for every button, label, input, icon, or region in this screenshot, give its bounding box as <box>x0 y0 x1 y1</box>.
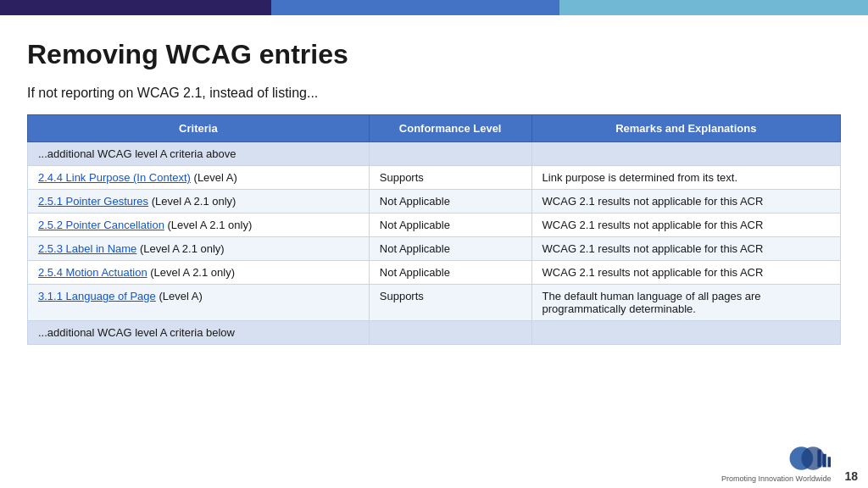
header-remarks: Remarks and Explanations <box>531 115 840 142</box>
cell-conformance: Supports <box>369 285 531 321</box>
table-row: 2.5.3 Label in Name (Level A 2.1 only)No… <box>28 237 841 261</box>
cell-criteria: 2.5.2 Pointer Cancellation (Level A 2.1 … <box>28 214 370 237</box>
cell-criteria: 2.5.4 Motion Actuation (Level A 2.1 only… <box>28 261 370 285</box>
wcag-table: Criteria Conformance Level Remarks and E… <box>27 114 841 345</box>
cell-remarks: WCAG 2.1 results not applicable for this… <box>531 214 840 237</box>
svg-rect-2 <box>818 450 821 468</box>
cell-remarks: WCAG 2.1 results not applicable for this… <box>531 190 840 214</box>
cell-remarks: Link purpose is determined from its text… <box>531 166 840 190</box>
cell-conformance: Not Applicable <box>369 214 531 237</box>
header-criteria: Criteria <box>28 115 370 142</box>
top-bar-mid <box>271 0 559 15</box>
slide-title: Removing WCAG entries <box>27 39 841 70</box>
cell-remarks: WCAG 2.1 results not applicable for this… <box>531 237 840 261</box>
top-bar-dark <box>0 0 271 15</box>
svg-point-1 <box>802 446 826 470</box>
cell-conformance: Supports <box>369 166 531 190</box>
criteria-link[interactable]: 2.5.4 Motion Actuation <box>38 266 147 279</box>
bottom-bar: Promoting Innovation Worldwide 18 <box>711 437 868 488</box>
svg-rect-3 <box>823 454 826 468</box>
slide-subtitle: If not reporting on WCAG 2.1, instead of… <box>27 86 841 101</box>
cell-criteria: 2.5.1 Pointer Gestures (Level A 2.1 only… <box>28 190 370 214</box>
svg-rect-4 <box>828 457 832 467</box>
table-row: 2.5.4 Motion Actuation (Level A 2.1 only… <box>28 261 841 285</box>
cell-conformance: Not Applicable <box>369 237 531 261</box>
logo-area: Promoting Innovation Worldwide <box>721 442 831 483</box>
criteria-link[interactable]: 2.4.4 Link Purpose (In Context) <box>38 171 191 184</box>
criteria-link[interactable]: 3.1.1 Language of Page <box>38 290 156 302</box>
slide-content: Removing WCAG entries If not reporting o… <box>0 15 868 488</box>
cell-remarks <box>531 142 840 166</box>
top-bar <box>0 0 868 15</box>
table-row: 2.4.4 Link Purpose (In Context) (Level A… <box>28 166 841 190</box>
cell-remarks: WCAG 2.1 results not applicable for this… <box>531 261 840 285</box>
table-row: ...additional WCAG level A criteria abov… <box>28 142 841 166</box>
header-conformance: Conformance Level <box>369 115 531 142</box>
cell-criteria: 3.1.1 Language of Page (Level A) <box>28 285 370 321</box>
criteria-link[interactable]: 2.5.1 Pointer Gestures <box>38 195 148 208</box>
cell-conformance <box>369 142 531 166</box>
top-bar-light <box>559 0 868 15</box>
table-row: 2.5.1 Pointer Gestures (Level A 2.1 only… <box>28 190 841 214</box>
cell-conformance <box>369 321 531 345</box>
cell-criteria: ...additional WCAG level A criteria abov… <box>28 142 370 166</box>
cell-criteria: 2.4.4 Link Purpose (In Context) (Level A… <box>28 166 370 190</box>
logo-text: Promoting Innovation Worldwide <box>721 474 831 483</box>
criteria-link[interactable]: 2.5.2 Pointer Cancellation <box>38 219 164 231</box>
table-header-row: Criteria Conformance Level Remarks and E… <box>28 115 841 142</box>
table-row: 3.1.1 Language of Page (Level A)Supports… <box>28 285 841 321</box>
logo-icon <box>787 442 831 474</box>
cell-remarks: The default human language of all pages … <box>531 285 840 321</box>
table-row: ...additional WCAG level A criteria belo… <box>28 321 841 345</box>
criteria-link[interactable]: 2.5.3 Label in Name <box>38 242 136 255</box>
table-row: 2.5.2 Pointer Cancellation (Level A 2.1 … <box>28 214 841 237</box>
cell-criteria: 2.5.3 Label in Name (Level A 2.1 only) <box>28 237 370 261</box>
cell-conformance: Not Applicable <box>369 190 531 214</box>
cell-conformance: Not Applicable <box>369 261 531 285</box>
cell-criteria: ...additional WCAG level A criteria belo… <box>28 321 370 345</box>
page-number: 18 <box>844 469 858 483</box>
cell-remarks <box>531 321 840 345</box>
